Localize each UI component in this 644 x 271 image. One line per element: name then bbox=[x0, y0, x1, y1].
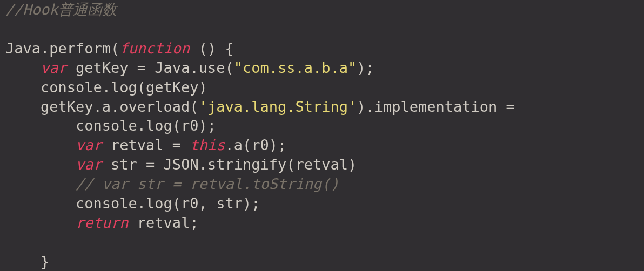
code-line: var retval = this.a(r0); bbox=[5, 137, 286, 153]
code-line: var getKey = Java.use("com.ss.a.b.a"); bbox=[5, 59, 374, 76]
code-line: console.log(getKey) bbox=[5, 79, 207, 96]
code-line: var str = JSON.stringify(retval) bbox=[5, 156, 357, 173]
code-line: } bbox=[5, 253, 49, 270]
code-line: return retval; bbox=[5, 214, 199, 231]
code-line: console.log(r0); bbox=[5, 117, 216, 134]
code-line: // var str = retval.toString() bbox=[5, 175, 339, 192]
code-line: getKey.a.overload('java.lang.String').im… bbox=[5, 98, 524, 115]
code-comment: //Hook普通函数 bbox=[5, 1, 117, 18]
code-line: Java.perform(function () { bbox=[5, 40, 234, 57]
code-line: console.log(r0, str); bbox=[5, 195, 260, 212]
code-block: //Hook普通函数 Java.perform(function () { va… bbox=[0, 0, 644, 271]
